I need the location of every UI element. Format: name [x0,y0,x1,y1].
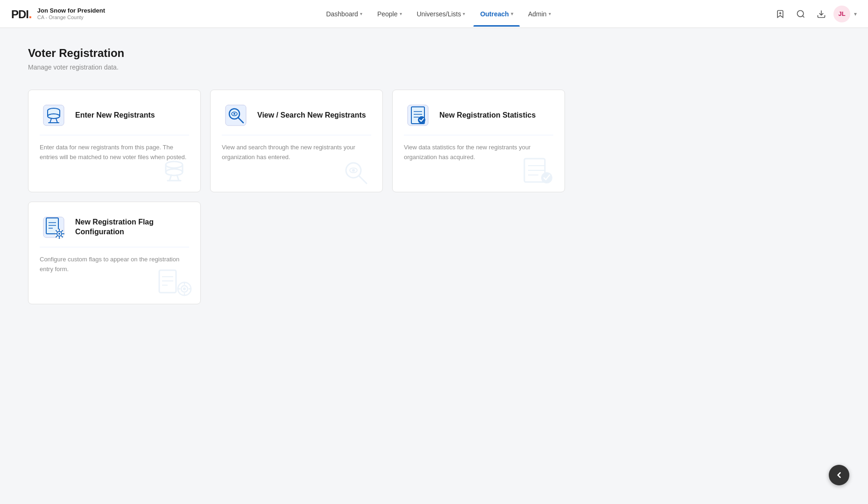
nav-admin-label: Admin [528,10,547,18]
svg-point-18 [166,169,183,175]
svg-point-25 [233,113,235,115]
nav-outreach-label: Outreach [480,10,508,18]
database-icon [40,101,68,129]
nav-universes-label: Universes/Lists [417,10,461,18]
avatar[interactable]: JL [833,6,850,22]
card-header: Enter New Registrants [40,101,189,135]
flag-config-icon [40,213,68,241]
card-header: View / Search New Registrants [222,101,371,135]
org-info: Jon Snow for President CA - Orange Count… [37,7,105,21]
card-icon [40,101,68,129]
card-header: New Registration Flag Configuration [40,213,189,247]
card-watermark [338,156,375,186]
card-header: New Registration Statistics [404,101,553,135]
svg-point-36 [418,116,425,124]
main-content: Voter Registration Manage voter registra… [0,28,868,332]
svg-line-20 [177,175,179,181]
bookmark-icon [776,9,785,19]
chevron-down-icon: ▾ [463,11,465,16]
app-header: PDI. Jon Snow for President CA - Orange … [0,0,868,28]
nav-people-label: People [377,10,398,18]
nav-outreach[interactable]: Outreach ▾ [473,7,519,21]
card-title: New Registration Statistics [439,111,536,120]
svg-point-2 [797,10,804,16]
bookmark-button[interactable] [772,6,789,22]
card-title: View / Search New Registrants [257,111,366,120]
card-enter-new-registrants[interactable]: Enter New Registrants Enter data for new… [28,90,201,192]
search-icon [796,9,805,19]
chevron-down-icon: ▾ [511,11,513,16]
nav-dashboard-label: Dashboard [326,10,358,18]
chevron-down-icon: ▾ [549,11,551,16]
card-watermark [520,156,557,186]
org-name: Jon Snow for President [37,7,105,14]
search-button[interactable] [792,6,809,22]
card-icon [40,213,68,241]
logo-dot: . [28,7,32,21]
chevron-left-icon [834,470,844,480]
svg-point-29 [352,169,355,172]
chevron-down-icon: ▾ [360,11,362,16]
stats-doc-icon [404,101,432,129]
header-actions: JL ▾ [772,6,857,22]
chevron-down-icon: ▾ [400,11,402,16]
svg-line-3 [803,15,804,17]
back-button[interactable] [829,465,849,485]
card-new-registration-flag[interactable]: New Registration Flag Configuration Conf… [28,202,201,304]
svg-point-64 [183,287,186,290]
logo[interactable]: PDI. [11,7,32,21]
search-doc-icon [222,101,250,129]
card-title: New Registration Flag Configuration [75,217,189,237]
avatar-dropdown-icon[interactable]: ▾ [854,11,857,17]
nav-people[interactable]: People ▾ [371,7,409,21]
card-title: Enter New Registrants [75,111,155,120]
nav-universes[interactable]: Universes/Lists ▾ [410,7,472,21]
svg-line-30 [359,176,367,183]
cards-row-1: Enter New Registrants Enter data for new… [28,90,840,192]
page-title: Voter Registration [28,47,840,60]
card-new-registration-statistics[interactable]: New Registration Statistics View data st… [392,90,565,192]
nav-admin[interactable]: Admin ▾ [522,7,557,21]
download-button[interactable] [813,6,830,22]
card-icon [222,101,250,129]
cards-row-2: New Registration Flag Configuration Conf… [28,202,840,304]
card-icon [404,101,432,129]
main-nav: Dashboard ▾ People ▾ Universes/Lists ▾ O… [105,7,772,21]
card-watermark [155,156,193,186]
svg-point-49 [58,233,60,235]
page-subtitle: Manage voter registration data. [28,63,840,71]
logo-area: PDI. Jon Snow for President CA - Orange … [11,7,105,21]
nav-dashboard[interactable]: Dashboard ▾ [319,7,369,21]
card-view-search-registrants[interactable]: View / Search New Registrants View and s… [210,90,383,192]
card-watermark [155,268,193,298]
download-icon [817,9,826,19]
org-sub: CA - Orange County [37,14,105,21]
svg-line-19 [169,175,171,181]
logo-text: PDI [11,8,28,21]
svg-point-14 [166,161,183,168]
svg-point-10 [48,114,60,119]
